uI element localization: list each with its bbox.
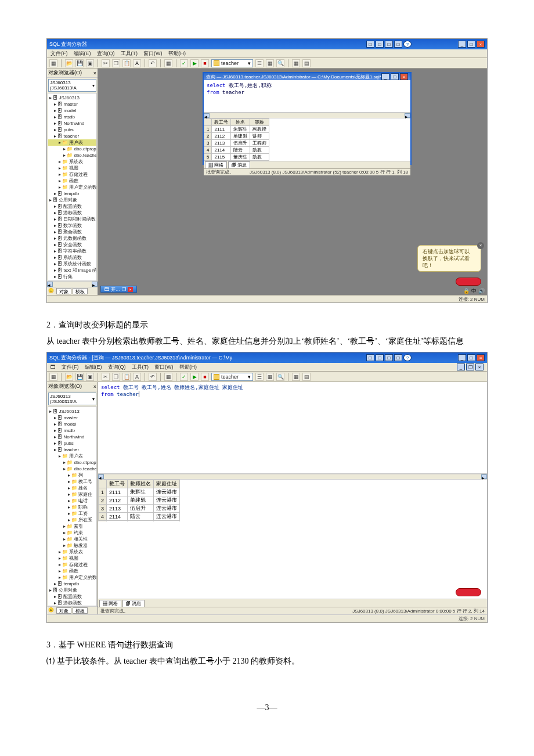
stop-icon[interactable]: ■ [201,59,209,67]
tree-node[interactable]: ▸ 📁 职称 [48,504,96,510]
object-tree[interactable]: ▸ 🗄 JSJ60313▸ 🗄 master▸ 🗄 model▸ 🗄 msdb▸… [48,93,97,281]
scroll-right-icon[interactable]: ▸ [92,282,98,287]
tree-node[interactable]: ▸ 🗄 日期和时间函数 [48,216,96,222]
accelerator-ball[interactable] [456,588,481,596]
tab-messages[interactable]: 🗐 消息 [122,600,145,607]
open-icon[interactable]: 📂 [65,59,73,67]
tree-node[interactable]: ▸ 📁 姓名 [48,485,96,491]
sql-editor[interactable]: select select 教工号,姓名,职称教工号,姓名,职称 from te… [204,80,410,113]
tree-node[interactable]: ▸ 🗄 msdb [48,427,96,434]
template-icon[interactable]: ▤ [302,373,311,381]
menu-file[interactable]: 文件(F) [62,363,79,371]
tree-node[interactable]: ▸ 📁 dbo.dtproper [48,146,96,152]
menu-window[interactable]: 窗口(W) [143,50,163,57]
tray-icon[interactable]: 🔒 [463,288,470,294]
tree-node[interactable]: ▸ 📁 列 [48,472,96,478]
tab-templates[interactable]: 模板 [73,288,88,294]
tree-node[interactable]: ▸ 📁 系统表 [48,549,96,555]
tree-node[interactable]: ▸ 📁 存储过程 [48,171,96,178]
tree-node[interactable]: ▸ 🗄 安全函数 [48,242,96,248]
trace-icon[interactable]: ▦ [266,59,274,67]
object-icon[interactable]: ▦ [292,373,300,381]
help-icon[interactable]: ? [403,354,412,361]
close-icon[interactable]: × [93,70,96,76]
tree-node[interactable]: ▸ 🗄 JSJ60313 [48,95,96,101]
menu-file[interactable]: 文件(F) [50,50,68,57]
run-icon[interactable]: ▶ [190,373,199,381]
new-icon[interactable]: ▦ [49,373,57,381]
tree-node[interactable]: ▸ 🗄 元数据函数 [48,235,96,242]
tree-node[interactable]: ▸ 📁 用户表 [48,453,96,459]
tab-templates[interactable]: 模板 [73,607,88,614]
minimize-button[interactable]: _ [458,354,466,361]
tree-node[interactable]: ▸ 🗄 游标函数 [48,210,96,216]
tree-node[interactable]: ▸ 🗄 游标函数 [48,600,96,606]
table-row[interactable]: 42114陆云连云港市 [99,513,180,521]
plan-icon[interactable]: ☰ [255,59,264,67]
template-icon[interactable]: ▤ [302,59,311,67]
tree-node[interactable]: ▸ 📁 dbo.teacher [48,152,96,159]
table-row[interactable]: 32113伍启升连云港市 [99,505,180,513]
open-icon[interactable]: 📂 [65,373,73,381]
menu-help[interactable]: 帮助(H) [168,50,186,57]
tree-node[interactable]: ▸ 📁 家庭住 [48,491,96,498]
tree-node[interactable]: ▸ 🗄 JSJ60313 [48,408,96,415]
tree-node[interactable]: ▸ 🗄 msdb [48,114,96,120]
run-icon[interactable]: ▶ [190,59,199,67]
maximize-button[interactable]: □ [467,41,475,48]
accelerator-ball[interactable] [456,278,481,286]
table-row[interactable]: 52115董庆生助教 [204,154,269,161]
scroll-left-icon[interactable]: ◂ [204,113,210,118]
tb-btn[interactable]: □ [394,354,402,361]
table-row[interactable]: 42114陆云助教 [204,147,269,154]
table-row[interactable]: 22112单建魁讲师 [204,133,269,140]
tree-node[interactable]: ▸ 📁 约束 [48,530,96,536]
tb-btn[interactable]: □ [385,41,393,48]
scroll-right-icon[interactable]: ▸ [481,474,487,479]
tree-node[interactable]: ▸ 🗄 Northwind [48,120,96,127]
tree-node[interactable]: ▸ 📁 存储过程 [48,561,96,568]
tree-node[interactable]: ▸ 🗄 tempdb [48,190,96,197]
menu-edit[interactable]: 编辑(E) [74,50,91,57]
table-row[interactable]: 12111朱辉生连云港市 [99,488,180,496]
tree-node[interactable]: ▸ 📁 索引 [48,523,96,530]
tb-btn[interactable]: □ [366,354,374,361]
tree-node[interactable]: ▸ 🗄 公用对象 [48,197,96,203]
tree-node[interactable]: ▸ 📁 函数 [48,568,96,574]
save-icon[interactable]: 💾 [75,59,84,67]
tree-node[interactable]: ▸ 📁 用户表 [48,139,96,146]
tab-objects[interactable]: 对象 [56,607,71,614]
tb-btn[interactable]: □ [394,41,402,48]
tree-node[interactable]: ▸ 🗄 系统统计函数 [48,261,96,267]
parse-icon[interactable]: ✓ [180,373,188,381]
tray-icon[interactable]: 中 [471,287,477,295]
scroll-right-icon[interactable]: ▸ [405,113,410,118]
scroll-left-icon[interactable]: ◂ [47,282,53,287]
mdi-restore-button[interactable]: ❐ [466,363,474,370]
tab-messages[interactable]: 🗐 消息 [228,161,250,168]
tree-node[interactable]: ▸ 🗄 pubs [48,440,96,447]
new-icon[interactable]: ▦ [49,59,57,67]
tree-node[interactable]: ▸ 🗄 pubs [48,127,96,133]
zoom-icon[interactable]: 🔍 [276,373,284,381]
menu-help[interactable]: 帮助(H) [179,363,197,371]
close-button[interactable]: × [477,354,485,361]
find-icon[interactable]: A [133,59,141,67]
sql-editor[interactable]: select 教工号 教工号,姓名 教师姓名,家庭住址 家庭住址 from te… [98,382,487,474]
save-icon[interactable]: 💾 [75,373,84,381]
stop-icon[interactable]: ■ [201,373,209,381]
tree-node[interactable]: ▸ 📁 教工号 [48,478,96,485]
table-row[interactable]: 12111朱辉生副教授 [204,126,269,133]
tb-btn[interactable]: □ [376,41,384,48]
tree-node[interactable]: ▸ 📁 工资 [48,510,96,517]
parse-icon[interactable]: ✓ [180,59,188,67]
copy-icon[interactable]: ❐ [112,59,120,67]
undo-icon[interactable]: ↶ [149,373,157,381]
tree-node[interactable]: ▸ 🗄 master [48,101,96,107]
tree-node[interactable]: ▸ 📁 用户定义的数据类 [48,184,96,190]
tree-node[interactable]: ▸ 🗄 master [48,415,96,421]
tree-node[interactable]: ▸ 🗄 配置函数 [48,593,96,600]
tray-icon[interactable]: 🔊 [478,288,485,294]
tree-node[interactable]: ▸ 📁 dbo.teacher [48,466,96,472]
tab-objects[interactable]: 对象 [56,288,71,294]
